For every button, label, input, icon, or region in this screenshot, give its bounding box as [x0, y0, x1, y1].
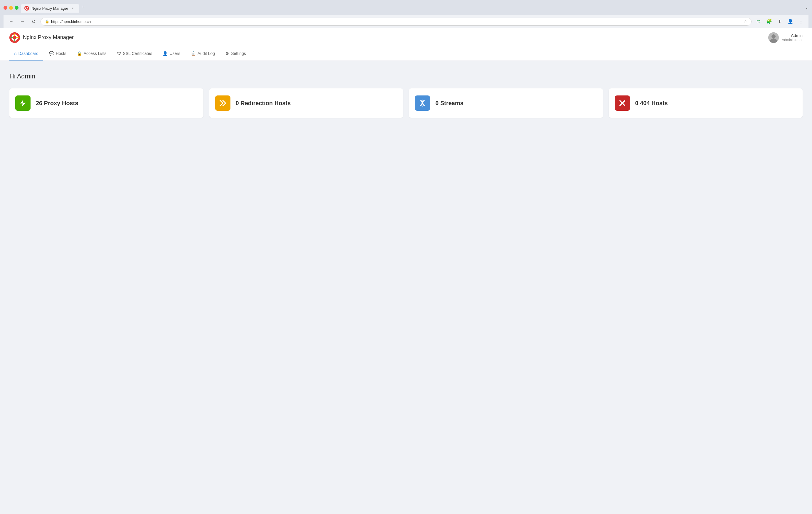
browser-chrome: Nginx Proxy Manager × + ⌄ ← → ↺ 🔒 https:… — [0, 0, 812, 28]
nav-item-settings[interactable]: ⚙ Settings — [221, 47, 251, 60]
nav-label-access-lists: Access Lists — [84, 51, 107, 56]
nav-item-ssl-certificates[interactable]: 🛡 SSL Certificates — [112, 47, 157, 60]
proxy-hosts-number: 26 — [36, 100, 42, 106]
redirection-hosts-info: 0 Redirection Hosts — [236, 100, 291, 107]
app-header: Nginx Proxy Manager Admin Administrator — [0, 28, 812, 47]
proxy-hosts-label: Proxy Hosts — [44, 100, 78, 106]
redirection-hosts-icon-box — [215, 96, 230, 111]
nav-item-access-lists[interactable]: 🔒 Access Lists — [72, 47, 111, 60]
nav-label-dashboard: Dashboard — [18, 51, 38, 56]
404-icon — [618, 99, 627, 107]
svg-point-5 — [13, 36, 17, 39]
user-info: Admin Administrator — [782, 33, 803, 42]
ssl-icon: 🛡 — [117, 51, 121, 56]
proxy-hosts-info: 26 Proxy Hosts — [36, 100, 78, 107]
lock-icon: 🔒 — [45, 19, 49, 24]
download-icon[interactable]: ⬇ — [776, 17, 784, 26]
404-hosts-label: 404 Hosts — [640, 100, 668, 106]
proxy-hosts-count: 26 Proxy Hosts — [36, 100, 78, 107]
svg-point-9 — [422, 102, 424, 104]
extensions-icon[interactable]: 🧩 — [765, 17, 773, 26]
new-tab-button[interactable]: + — [79, 3, 87, 11]
main-content: Hi Admin 26 Proxy Hosts — [0, 61, 812, 514]
svg-point-7 — [772, 34, 776, 38]
nav-item-dashboard[interactable]: ⌂ Dashboard — [9, 47, 43, 60]
404-hosts-icon-box — [615, 96, 630, 111]
streams-count: 0 Streams — [435, 100, 464, 107]
app-title-text: Nginx Proxy Manager — [23, 34, 74, 40]
app-logo: Nginx Proxy Manager — [9, 32, 74, 43]
shield-icon[interactable]: 🛡 — [754, 17, 763, 26]
streams-icon — [418, 99, 427, 107]
redirection-hosts-count: 0 Redirection Hosts — [236, 100, 291, 107]
nav-label-audit-log: Audit Log — [198, 51, 215, 56]
nav-item-audit-log[interactable]: 📋 Audit Log — [186, 47, 220, 60]
active-tab[interactable]: Nginx Proxy Manager × — [21, 4, 79, 12]
nav-label-users: Users — [169, 51, 180, 56]
stats-grid: 26 Proxy Hosts 0 Redirection Hosts — [9, 88, 803, 118]
404-hosts-card[interactable]: 0 404 Hosts — [609, 88, 803, 118]
streams-label: Streams — [440, 100, 464, 106]
hosts-icon: 💬 — [49, 51, 54, 56]
browser-titlebar: Nginx Proxy Manager × + ⌄ — [3, 3, 809, 12]
streams-number: 0 — [435, 100, 439, 106]
maximize-button[interactable] — [15, 6, 19, 10]
404-hosts-count: 0 404 Hosts — [635, 100, 668, 107]
tab-expand-icon[interactable]: ⌄ — [805, 5, 809, 10]
nav-item-users[interactable]: 👤 Users — [158, 47, 185, 60]
streams-card[interactable]: 0 Streams — [409, 88, 603, 118]
forward-button[interactable]: → — [18, 17, 26, 26]
nav-label-ssl: SSL Certificates — [123, 51, 152, 56]
redirect-icon — [219, 99, 227, 107]
reload-button[interactable]: ↺ — [29, 17, 37, 26]
nav-item-hosts[interactable]: 💬 Hosts — [44, 47, 71, 60]
greeting: Hi Admin — [9, 73, 803, 80]
profile-icon[interactable]: 👤 — [786, 17, 794, 26]
tab-favicon — [24, 6, 29, 10]
logo-icon — [9, 32, 20, 43]
redirection-hosts-number: 0 — [236, 100, 239, 106]
menu-icon[interactable]: ⋮ — [797, 17, 805, 26]
back-button[interactable]: ← — [7, 17, 15, 26]
user-role: Administrator — [782, 38, 803, 42]
app-container: Nginx Proxy Manager Admin Administrator … — [0, 28, 812, 514]
user-menu[interactable]: Admin Administrator — [768, 32, 803, 43]
tab-title: Nginx Proxy Manager — [31, 6, 68, 10]
tab-close-icon[interactable]: × — [70, 6, 75, 10]
access-lists-icon: 🔒 — [77, 51, 82, 56]
nav-label-settings: Settings — [231, 51, 246, 56]
svg-point-2 — [26, 7, 28, 9]
nav-label-hosts: Hosts — [56, 51, 66, 56]
users-icon: 👤 — [163, 51, 168, 56]
avatar — [768, 32, 779, 43]
url-text: https://npm.binhome.cn — [51, 19, 742, 24]
user-name: Admin — [782, 33, 803, 38]
proxy-hosts-card[interactable]: 26 Proxy Hosts — [9, 88, 203, 118]
streams-icon-box — [415, 96, 430, 111]
redirection-hosts-label: Redirection Hosts — [240, 100, 291, 106]
audit-log-icon: 📋 — [191, 51, 196, 56]
lightning-icon — [19, 99, 27, 107]
proxy-hosts-icon-box — [15, 96, 31, 111]
address-bar-row: ← → ↺ 🔒 https://npm.binhome.cn ☆ 🛡 🧩 ⬇ 👤… — [3, 15, 809, 28]
toolbar-icons: 🛡 🧩 ⬇ 👤 ⋮ — [754, 17, 805, 26]
bookmark-icon[interactable]: ☆ — [744, 19, 747, 24]
404-hosts-info: 0 404 Hosts — [635, 100, 668, 107]
redirection-hosts-card[interactable]: 0 Redirection Hosts — [209, 88, 403, 118]
avatar-icon — [768, 32, 779, 43]
address-bar[interactable]: 🔒 https://npm.binhome.cn ☆ — [40, 18, 752, 26]
settings-icon: ⚙ — [226, 51, 229, 56]
app-nav: ⌂ Dashboard 💬 Hosts 🔒 Access Lists 🛡 SSL… — [0, 47, 812, 61]
traffic-lights — [3, 6, 19, 10]
tab-bar: Nginx Proxy Manager × + — [21, 3, 803, 12]
dashboard-icon: ⌂ — [14, 51, 17, 56]
404-hosts-number: 0 — [635, 100, 638, 106]
streams-info: 0 Streams — [435, 100, 464, 107]
minimize-button[interactable] — [9, 6, 13, 10]
close-button[interactable] — [3, 6, 7, 10]
